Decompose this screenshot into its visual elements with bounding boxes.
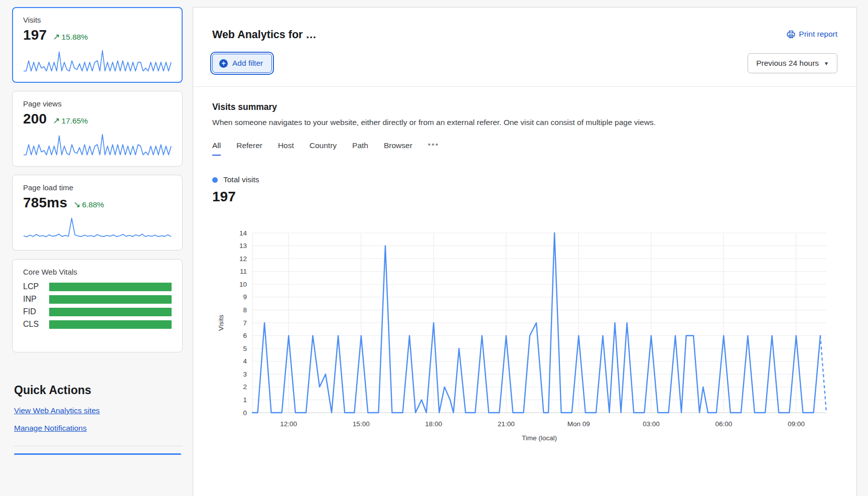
quick-actions: Quick Actions View Web Analytics sites M… [12,384,183,455]
cwv-metric-name: INP [23,295,49,304]
chart-gridlines [252,233,826,413]
svg-text:7: 7 [243,319,247,327]
visits-line-chart: 0123456789101112131412:0015:0018:0021:00… [212,226,834,451]
cwv-metric-name: CLS [23,320,49,329]
metric-label: Page load time [23,183,172,192]
cwv-bar-track [49,308,172,316]
visits-sparkline [23,48,172,72]
svg-text:12: 12 [239,255,247,263]
print-report-link[interactable]: Print report [787,30,837,39]
visits-summary-section: Visits summary When someone navigates to… [212,102,837,453]
svg-text:Time (local): Time (local) [522,434,557,442]
panel-header: Web Analytics for … Print report [212,28,837,41]
metric-label: Visits [23,16,172,24]
sparkline-path [24,51,171,71]
sparkline-path [24,218,171,237]
cwv-bar-good [49,320,172,329]
cwv-row-cls: CLS [23,320,172,329]
metric-card-page-views[interactable]: Page views 200 ↗17.65% [12,91,183,167]
chart-legend: Total visits [212,175,837,184]
cwv-bar-track [49,295,172,304]
trend-up-icon: ↗ [53,32,60,42]
svg-text:6: 6 [243,332,247,339]
metric-value: 785ms [23,195,67,211]
metric-value: 200 [23,111,47,127]
svg-text:15:00: 15:00 [353,420,370,428]
svg-text:14: 14 [239,229,247,237]
tab-referer[interactable]: Referer [236,141,262,156]
tab-host[interactable]: Host [278,141,294,156]
printer-icon [787,30,795,39]
svg-text:11: 11 [240,268,247,275]
legend-label: Total visits [223,175,259,184]
svg-text:06:00: 06:00 [715,420,732,428]
tabs-more-icon[interactable]: ••• [428,140,439,157]
time-range-dropdown[interactable]: Previous 24 hours ▼ [748,53,837,73]
trend-badge: ↗15.88% [53,32,88,42]
cwv-row-fid: FID [23,307,172,316]
trend-up-icon: ↗ [53,116,60,126]
add-filter-label: Add filter [232,59,263,68]
svg-text:18:00: 18:00 [425,420,442,428]
view-web-analytics-sites-link[interactable]: View Web Analytics sites [14,406,183,415]
svg-text:3: 3 [243,370,247,378]
add-filter-button[interactable]: + Add filter [212,54,272,73]
svg-text:8: 8 [243,306,247,314]
tab-path[interactable]: Path [352,141,368,156]
header-divider [193,86,856,87]
chevron-down-icon: ▼ [824,61,829,66]
cwv-bar-track [49,320,172,329]
svg-text:21:00: 21:00 [498,420,515,428]
cwv-metric-name: FID [23,307,49,316]
metric-card-visits[interactable]: Visits 197 ↗15.88% [12,7,183,83]
sidebar-divider [14,446,183,446]
dimension-tabs: All Referer Host Country Path Browser ••… [212,140,837,157]
sidebar: Visits 197 ↗15.88% Page views 200 ↗17.65… [12,7,183,496]
svg-text:Mon 09: Mon 09 [567,420,590,428]
cwv-row-inp: INP [23,295,172,304]
manage-notifications-link[interactable]: Manage Notifications [14,424,183,433]
metric-label: Page views [23,99,172,108]
page-views-sparkline [23,132,172,156]
svg-text:1: 1 [243,396,247,404]
sparkline-path [24,135,171,155]
trend-badge: ↘6.88% [73,199,104,210]
controls-row: + Add filter Previous 24 hours ▼ [212,53,837,73]
cwv-bar-track [49,283,172,291]
trend-percent: 15.88% [62,33,88,41]
cwv-metric-name: LCP [23,282,49,291]
total-visits-value: 197 [212,189,837,205]
visits-summary-title: Visits summary [212,102,837,112]
metric-card-page-load-time[interactable]: Page load time 785ms ↘6.88% [12,175,183,251]
trend-percent: 6.88% [82,200,104,209]
trend-percent: 17.65% [62,116,88,125]
visits-summary-description: When someone navigates to your website, … [212,118,837,127]
cwv-bar-good [49,308,172,316]
core-web-vitals-label: Core Web Vitals [23,268,172,276]
tab-all[interactable]: All [212,141,221,156]
cwv-row-lcp: LCP [23,282,172,291]
tab-browser[interactable]: Browser [384,141,412,156]
core-web-vitals-card: Core Web Vitals LCP INP FID CLS [12,259,183,352]
web-analytics-panel: Web Analytics for … Print report + Add f… [193,7,857,496]
svg-text:0: 0 [243,409,247,417]
trend-down-icon: ↘ [73,200,80,209]
core-web-vitals-rows: LCP INP FID CLS [23,282,172,329]
legend-dot-icon [212,177,218,183]
svg-text:4: 4 [243,357,247,365]
svg-text:5: 5 [243,345,247,352]
svg-text:9: 9 [243,293,247,301]
svg-text:Visits: Visits [217,315,225,331]
partial-bottom-element [14,453,181,455]
svg-text:12:00: 12:00 [280,420,297,428]
tab-country[interactable]: Country [310,141,337,156]
metric-value: 197 [23,27,47,43]
svg-text:13: 13 [239,242,247,250]
visits-chart: 0123456789101112131412:0015:0018:0021:00… [212,226,837,453]
svg-text:2: 2 [243,383,247,391]
quick-actions-title: Quick Actions [14,384,183,397]
plus-circle-icon: + [219,59,228,68]
svg-text:03:00: 03:00 [643,420,660,428]
print-report-label: Print report [799,30,837,39]
page-title: Web Analytics for … [212,29,317,41]
